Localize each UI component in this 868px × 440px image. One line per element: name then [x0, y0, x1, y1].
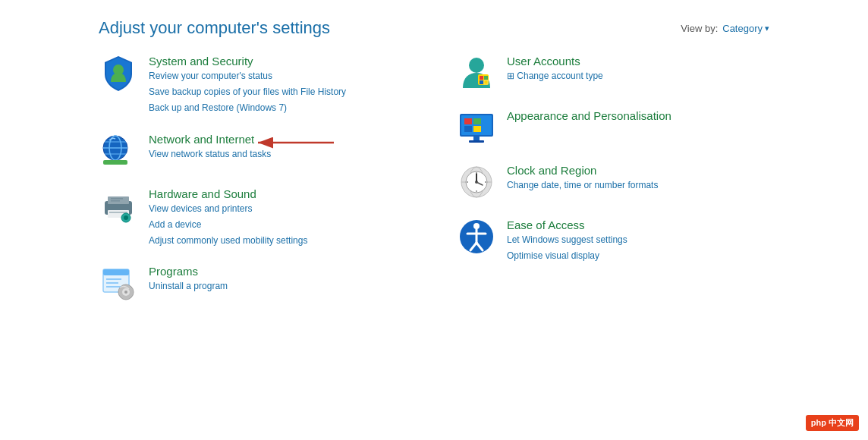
svg-rect-26 — [480, 76, 483, 80]
watermark: php 中文网 — [806, 415, 859, 431]
category-hardware-sound: Hardware and Sound View devices and prin… — [99, 186, 411, 249]
ease-of-access-text: Ease of Access Let Windows suggest setti… — [507, 217, 627, 263]
user-accounts-link-1[interactable]: ⊞ Change account type — [507, 69, 603, 83]
appearance-title[interactable]: Appearance and Personalisation — [507, 109, 671, 122]
svg-rect-35 — [473, 126, 481, 132]
ease-of-access-link-1[interactable]: Let Windows suggest settings — [507, 233, 627, 247]
system-security-icon — [99, 53, 138, 93]
view-by-control: View by: Category — [681, 23, 769, 34]
page-header: Adjust your computer's settings View by:… — [0, 0, 868, 53]
hardware-sound-title[interactable]: Hardware and Sound — [149, 187, 307, 200]
svg-rect-36 — [473, 137, 480, 140]
programs-text: Programs Uninstall a program — [149, 263, 228, 294]
system-security-link-1[interactable]: Review your computer's status — [149, 69, 346, 83]
category-appearance: Appearance and Personalisation — [457, 108, 769, 147]
svg-rect-37 — [469, 140, 484, 143]
hardware-sound-link-3[interactable]: Adjust commonly used mobility settings — [149, 234, 307, 248]
category-user-accounts: User Accounts ⊞ Change account type — [457, 53, 769, 93]
svg-rect-33 — [473, 118, 481, 124]
svg-point-24 — [469, 58, 484, 73]
system-security-text: System and Security Review your computer… — [149, 53, 346, 116]
programs-icon — [99, 263, 138, 303]
category-network-internet: Network and Internet View network status… — [99, 131, 411, 171]
ease-of-access-title[interactable]: Ease of Access — [507, 218, 627, 231]
ease-of-access-link-2[interactable]: Optimise visual display — [507, 249, 627, 263]
system-security-title[interactable]: System and Security — [149, 55, 346, 68]
svg-rect-27 — [484, 76, 488, 80]
network-internet-icon — [99, 131, 138, 171]
hardware-sound-link-1[interactable]: View devices and printers — [149, 202, 307, 216]
svg-rect-34 — [464, 126, 472, 132]
svg-rect-31 — [461, 115, 492, 135]
ease-of-access-icon — [457, 217, 496, 256]
svg-point-13 — [124, 215, 128, 220]
network-internet-text: Network and Internet View network status… — [149, 131, 271, 162]
svg-rect-15 — [111, 200, 120, 202]
svg-point-23 — [124, 291, 127, 294]
hardware-sound-link-2[interactable]: Add a device — [149, 218, 307, 232]
network-internet-title[interactable]: Network and Internet — [149, 133, 271, 146]
clock-region-text: Clock and Region Change date, time or nu… — [507, 162, 658, 193]
svg-rect-19 — [106, 282, 118, 284]
svg-rect-17 — [103, 269, 129, 275]
user-accounts-title[interactable]: User Accounts — [507, 55, 603, 68]
svg-rect-14 — [111, 198, 123, 200]
programs-title[interactable]: Programs — [149, 265, 228, 278]
view-by-dropdown[interactable]: Category — [722, 23, 769, 34]
clock-region-link-1[interactable]: Change date, time or number formats — [507, 178, 658, 193]
view-by-label: View by: — [681, 23, 718, 34]
category-system-security: System and Security Review your computer… — [99, 53, 411, 116]
network-internet-link-1[interactable]: View network status and tasks — [149, 147, 271, 162]
main-content: System and Security Review your computer… — [0, 53, 868, 303]
left-column: System and Security Review your computer… — [99, 53, 411, 303]
clock-region-title[interactable]: Clock and Region — [507, 164, 658, 177]
user-accounts-icon — [457, 53, 496, 93]
user-accounts-text: User Accounts ⊞ Change account type — [507, 53, 603, 83]
category-programs: Programs Uninstall a program — [99, 263, 411, 303]
page-title: Adjust your computer's settings — [99, 18, 330, 38]
svg-rect-29 — [484, 80, 488, 84]
appearance-text: Appearance and Personalisation — [507, 108, 671, 122]
hardware-sound-text: Hardware and Sound View devices and prin… — [149, 186, 307, 249]
hardware-sound-icon — [99, 186, 138, 225]
svg-rect-28 — [480, 80, 483, 84]
right-column: User Accounts ⊞ Change account type — [457, 53, 769, 303]
programs-link-1[interactable]: Uninstall a program — [149, 279, 228, 294]
system-security-link-3[interactable]: Back up and Restore (Windows 7) — [149, 101, 346, 115]
system-security-link-2[interactable]: Save backup copies of your files with Fi… — [149, 85, 346, 99]
svg-rect-6 — [103, 160, 127, 165]
clock-region-icon — [457, 162, 496, 202]
svg-rect-18 — [106, 278, 121, 280]
svg-rect-32 — [464, 118, 472, 124]
category-ease-of-access: Ease of Access Let Windows suggest setti… — [457, 217, 769, 263]
appearance-icon — [457, 108, 496, 147]
category-clock-region: Clock and Region Change date, time or nu… — [457, 162, 769, 202]
